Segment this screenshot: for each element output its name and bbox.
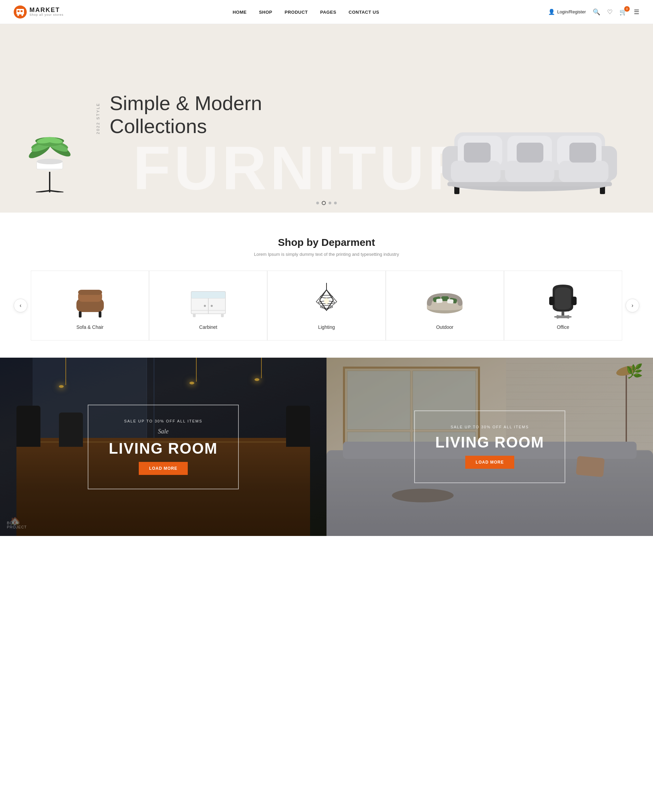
banner-right-btn[interactable]: LOAD MORE: [465, 456, 514, 469]
nav-product[interactable]: PRODUCT: [285, 9, 308, 15]
menu-button[interactable]: ☰: [634, 8, 639, 16]
svg-rect-73: [571, 297, 577, 305]
svg-rect-5: [21, 10, 23, 12]
hero-dot-2[interactable]: [322, 201, 326, 205]
dept-prev-button[interactable]: ‹: [14, 299, 27, 312]
dept-card-sofa[interactable]: Sofa & Chair: [31, 270, 149, 340]
nav-pages[interactable]: PAGES: [320, 9, 336, 15]
banner-right[interactable]: 🌿 SALE UP TO 30% OFF ALL ITEMS LIVING RO…: [327, 358, 653, 536]
hero-dots: [316, 201, 337, 205]
banner-left-btn[interactable]: LOAD MORE: [139, 462, 187, 475]
svg-rect-4: [17, 10, 20, 12]
logo-tagline: Shop all your stores: [29, 14, 64, 17]
sofa-chair-image: [68, 281, 113, 319]
logo-icon: [14, 6, 27, 18]
svg-rect-38: [569, 143, 596, 163]
svg-rect-52: [221, 314, 224, 317]
svg-rect-37: [517, 143, 543, 163]
hamburger-icon: ☰: [634, 9, 639, 15]
cabinet-image: [186, 281, 231, 319]
svg-rect-34: [505, 161, 554, 182]
svg-rect-42: [78, 290, 102, 295]
hero-section: FURNITURE 2022 STYLE: [0, 24, 653, 212]
hero-plant: [17, 110, 82, 194]
logo-name: MARKET: [29, 7, 64, 14]
banner-left-content: SALE UP TO 30% OFF ALL ITEMS Sale LIVING…: [0, 358, 327, 536]
svg-point-3: [21, 14, 23, 16]
user-icon: 👤: [548, 9, 555, 15]
dept-carousel: ‹ Sofa & Chair: [14, 270, 639, 340]
dept-label-sofa: Sofa & Chair: [76, 324, 104, 330]
dept-label-outdoor: Outdoor: [436, 324, 454, 330]
svg-line-8: [50, 191, 63, 192]
svg-rect-51: [193, 314, 196, 317]
login-link[interactable]: 👤 Login/Register: [548, 9, 586, 15]
banner-right-tag: SALE UP TO 30% OFF ALL ITEMS: [451, 425, 529, 429]
dept-label-lighting: Lighting: [318, 324, 335, 330]
svg-point-48: [204, 305, 206, 307]
svg-rect-39: [448, 182, 612, 186]
svg-line-7: [36, 191, 50, 192]
svg-rect-72: [549, 297, 554, 305]
wishlist-button[interactable]: ♡: [607, 8, 613, 16]
lighting-image: [304, 281, 349, 319]
nav-menu: HOME SHOP PRODUCT PAGES CONTACT US: [233, 9, 379, 15]
lock-icon: 🏠: [10, 517, 20, 526]
banner-right-box: SALE UP TO 30% OFF ALL ITEMS LIVING ROOM…: [414, 411, 566, 483]
svg-rect-33: [451, 161, 501, 182]
svg-point-12: [37, 159, 63, 164]
banner-left-script: Sale: [158, 428, 169, 435]
navbar-actions: 👤 Login/Register 🔍 ♡ 🛒 0 ☰: [548, 8, 639, 16]
banner-right-title: LIVING ROOM: [435, 434, 544, 451]
svg-rect-64: [436, 298, 443, 303]
banner-right-content: SALE UP TO 30% OFF ALL ITEMS LIVING ROOM…: [327, 358, 653, 536]
office-chair-image: [540, 281, 585, 319]
hero-sofa: [413, 79, 636, 197]
heart-icon: ♡: [607, 9, 613, 15]
hero-dot-3[interactable]: [329, 201, 331, 205]
svg-rect-46: [191, 292, 225, 298]
dept-label-cabinet: Carbinet: [199, 324, 217, 330]
hero-dot-1[interactable]: [316, 201, 319, 205]
dept-grid: Sofa & Chair: [27, 270, 626, 340]
svg-rect-65: [447, 299, 454, 304]
dept-card-cabinet[interactable]: Carbinet: [149, 270, 267, 340]
banner-left[interactable]: SALE UP TO 30% OFF ALL ITEMS Sale LIVING…: [0, 358, 327, 536]
nav-shop[interactable]: SHOP: [259, 9, 272, 15]
dept-section-title: Shop by Deparment: [14, 237, 639, 248]
svg-point-2: [17, 14, 19, 16]
dept-next-button[interactable]: ›: [626, 299, 639, 312]
hero-dot-4[interactable]: [334, 201, 337, 205]
dept-section-subtitle: Lorem Ipsum is simply dummy text of the …: [14, 252, 639, 257]
logo[interactable]: MARKET Shop all your stores: [14, 6, 64, 18]
navbar: MARKET Shop all your stores HOME SHOP PR…: [0, 0, 653, 24]
dept-card-office[interactable]: Office: [504, 270, 622, 340]
svg-point-59: [324, 298, 329, 304]
outdoor-image: [422, 281, 467, 319]
banner-left-tag: SALE UP TO 30% OFF ALL ITEMS: [124, 419, 202, 423]
svg-point-49: [211, 305, 213, 307]
banner-left-box: SALE UP TO 30% OFF ALL ITEMS Sale LIVING…: [88, 404, 239, 489]
svg-rect-35: [559, 161, 609, 182]
cart-count: 0: [624, 6, 630, 12]
svg-rect-43: [79, 311, 82, 317]
nav-home[interactable]: HOME: [233, 9, 247, 15]
banner-left-title: LIVING ROOM: [109, 440, 218, 457]
svg-rect-44: [99, 311, 101, 317]
nav-contact[interactable]: CONTACT US: [349, 9, 379, 15]
dept-label-office: Office: [557, 324, 569, 330]
banners-section: SALE UP TO 30% OFF ALL ITEMS Sale LIVING…: [0, 358, 653, 536]
shop-by-dept: Shop by Deparment Lorem Ipsum is simply …: [0, 212, 653, 358]
cart-button[interactable]: 🛒 0: [620, 8, 627, 16]
svg-rect-36: [464, 143, 491, 163]
dept-card-lighting[interactable]: Lighting: [267, 270, 385, 340]
search-icon: 🔍: [593, 9, 600, 15]
dept-card-outdoor[interactable]: Outdoor: [386, 270, 504, 340]
search-button[interactable]: 🔍: [593, 8, 600, 16]
